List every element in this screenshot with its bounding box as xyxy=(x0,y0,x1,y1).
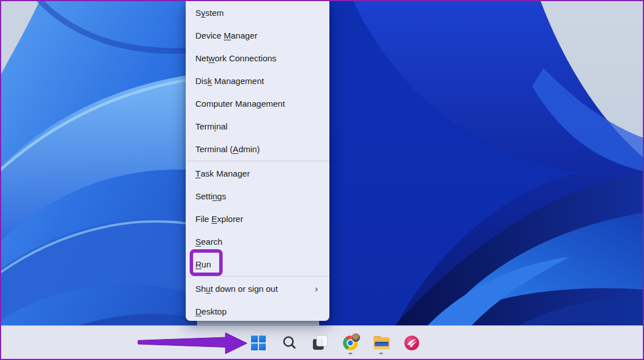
menu-item-disk-management[interactable]: Disk Management xyxy=(186,69,329,92)
start-button[interactable] xyxy=(247,329,270,356)
chrome-icon xyxy=(343,335,358,350)
task-view-button[interactable] xyxy=(308,329,331,356)
menu-item-terminal[interactable]: Terminal xyxy=(186,115,329,137)
menu-item-terminal-admin[interactable]: Terminal (Admin) xyxy=(186,137,329,160)
search-button[interactable] xyxy=(278,329,300,356)
menu-item-run[interactable]: Run xyxy=(186,253,329,275)
folder-icon xyxy=(374,335,389,350)
menu-item-desktop[interactable]: Desktop xyxy=(186,300,329,321)
snagit-button[interactable] xyxy=(400,329,423,356)
taskbar xyxy=(1,325,643,359)
menu-item-system[interactable]: System xyxy=(186,1,329,24)
submenu-chevron-icon: › xyxy=(315,284,318,294)
menu-item-shut-down-or-sign-out[interactable]: Shut down or sign out› xyxy=(186,277,329,300)
menu-item-file-explorer[interactable]: File Explorer xyxy=(186,207,329,230)
windows-logo-icon xyxy=(251,335,266,350)
task-view-icon xyxy=(312,335,328,350)
taskbar-icon-group xyxy=(247,326,423,359)
file-explorer-button[interactable] xyxy=(370,329,392,356)
menu-item-device-manager[interactable]: Device Manager xyxy=(186,24,329,47)
chrome-profile-avatar xyxy=(352,333,360,342)
running-indicator xyxy=(349,353,353,354)
menu-separator xyxy=(186,161,329,161)
menu-item-task-manager[interactable]: Task Manager xyxy=(186,162,329,185)
running-indicator xyxy=(379,353,383,354)
chrome-button[interactable] xyxy=(339,329,362,356)
windows-desktop-screenshot: System Device Manager Network Connection… xyxy=(0,0,644,360)
menu-item-settings[interactable]: Settings xyxy=(186,185,329,207)
power-user-menu: System Device Manager Network Connection… xyxy=(186,1,329,321)
menu-item-computer-management[interactable]: Computer Management xyxy=(186,92,329,115)
menu-separator xyxy=(186,276,329,277)
menu-item-network-connections[interactable]: Network Connections xyxy=(186,47,329,69)
snagit-feather-icon xyxy=(404,335,420,350)
search-icon xyxy=(282,335,297,350)
menu-item-search[interactable]: Search xyxy=(186,230,329,253)
